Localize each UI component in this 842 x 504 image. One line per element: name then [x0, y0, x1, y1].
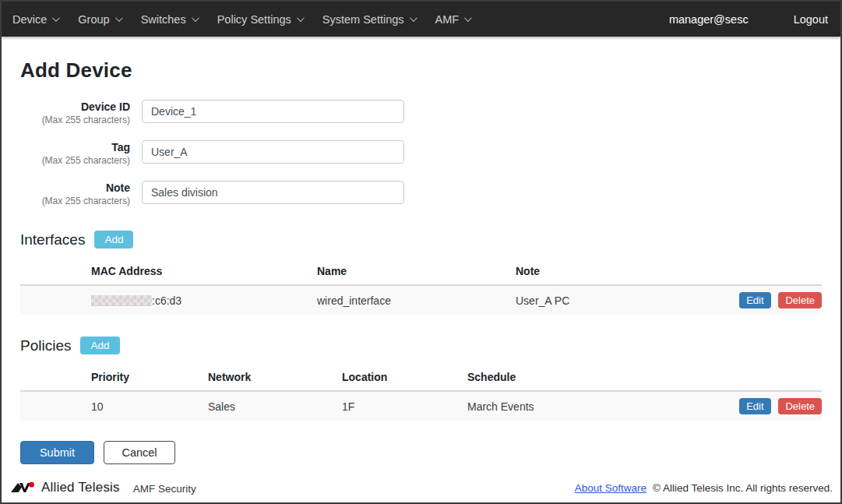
tag-field[interactable]	[142, 140, 404, 164]
col-actions	[705, 365, 822, 391]
footer-right: About Software © Allied Telesis Inc. All…	[575, 482, 833, 494]
cancel-button[interactable]: Cancel	[104, 441, 175, 464]
device-id-label-group: Device ID (Max 255 characters)	[20, 100, 142, 126]
form-row-note: Note (Max 255 characters)	[20, 181, 822, 207]
brand-name: Allied Telesis	[41, 480, 120, 495]
interface-edit-button[interactable]: Edit	[739, 292, 770, 308]
policies-header-row: Priority Network Location Schedule	[20, 365, 822, 391]
note-hint: (Max 255 characters)	[20, 196, 130, 208]
interface-row: :c6:d3 wired_interface User_A PC Edit De…	[20, 285, 822, 315]
spacer-column	[20, 259, 91, 285]
note-label: Note	[20, 182, 130, 196]
logged-in-user: manager@sesc	[669, 13, 749, 26]
tag-label: Tag	[20, 141, 130, 155]
spacer-column	[20, 365, 91, 391]
nav-device-label: Device	[12, 13, 47, 26]
navbar-right: manager@sesc Logout	[669, 13, 828, 26]
interfaces-table: MAC Address Name Note :c6:d3 wired_inter…	[20, 259, 822, 315]
nav-group[interactable]: Group	[68, 13, 130, 26]
interface-actions-cell: Edit Delete	[705, 285, 822, 315]
about-software-link[interactable]: About Software	[575, 482, 646, 494]
interfaces-title: Interfaces	[20, 231, 85, 248]
policy-delete-button[interactable]: Delete	[778, 398, 822, 414]
col-mac-address: MAC Address	[91, 259, 317, 285]
spacer-cell	[20, 391, 91, 421]
device-id-hint: (Max 255 characters)	[20, 115, 130, 127]
policy-actions-cell: Edit Delete	[705, 391, 822, 421]
interface-delete-button[interactable]: Delete	[778, 292, 822, 308]
chevron-down-icon	[52, 14, 60, 22]
policy-priority-cell: 10	[91, 391, 208, 421]
nav-switches-label: Switches	[141, 13, 186, 26]
spacer-cell	[20, 285, 91, 315]
footer: Allied Telesis AMF Security About Softwa…	[2, 473, 840, 502]
form-actions: Submit Cancel	[20, 441, 822, 464]
nav-amf[interactable]: AMF	[425, 13, 481, 26]
chevron-down-icon	[297, 14, 305, 22]
nav-system-settings[interactable]: System Settings	[312, 13, 425, 26]
allied-telesis-logo-icon	[11, 481, 36, 495]
nav-switches[interactable]: Switches	[131, 13, 207, 26]
policy-network-cell: Sales	[208, 391, 342, 421]
nav-group-label: Group	[78, 13, 109, 26]
logout-button[interactable]: Logout	[794, 13, 828, 26]
policies-section-header: Policies Add	[20, 337, 822, 354]
chevron-down-icon	[464, 14, 472, 22]
nav-device[interactable]: Device	[12, 13, 68, 26]
device-id-label: Device ID	[20, 100, 130, 115]
policy-location-cell: 1F	[342, 391, 467, 421]
mac-suffix: :c6:d3	[152, 294, 181, 307]
app-window: Device Group Switches Policy Settings Sy…	[0, 0, 842, 504]
interfaces-add-button[interactable]: Add	[94, 231, 133, 248]
main-content: Add Device Device ID (Max 255 characters…	[2, 37, 840, 464]
interface-name-cell: wired_interface	[317, 285, 516, 315]
nav-amf-label: AMF	[435, 13, 460, 26]
nav-system-settings-label: System Settings	[322, 13, 404, 26]
mac-address-cell: :c6:d3	[91, 285, 317, 315]
col-schedule: Schedule	[467, 365, 705, 391]
form-row-device-id: Device ID (Max 255 characters)	[20, 100, 822, 126]
policies-add-button[interactable]: Add	[80, 337, 119, 354]
note-field[interactable]	[142, 181, 404, 204]
col-priority: Priority	[91, 365, 208, 391]
policy-row: 10 Sales 1F March Events Edit Delete	[20, 391, 822, 421]
col-network: Network	[208, 365, 342, 391]
chevron-down-icon	[410, 14, 417, 22]
policy-edit-button[interactable]: Edit	[739, 398, 770, 414]
mac-redacted-block	[91, 295, 152, 306]
tag-label-group: Tag (Max 255 characters)	[20, 140, 142, 167]
product-name: AMF Security	[133, 481, 196, 495]
chevron-down-icon	[115, 14, 123, 22]
interfaces-header-row: MAC Address Name Note	[20, 259, 822, 285]
col-location: Location	[342, 365, 467, 391]
col-name: Name	[317, 259, 516, 285]
form-row-tag: Tag (Max 255 characters)	[20, 140, 822, 167]
note-label-group: Note (Max 255 characters)	[20, 181, 142, 207]
interface-note-cell: User_A PC	[516, 285, 705, 315]
col-note: Note	[516, 259, 705, 285]
top-navbar: Device Group Switches Policy Settings Sy…	[2, 2, 840, 37]
interfaces-section-header: Interfaces Add	[20, 231, 822, 248]
policy-schedule-cell: March Events	[467, 391, 705, 421]
policies-table: Priority Network Location Schedule 10 Sa…	[20, 365, 822, 421]
copyright-text: © Allied Telesis Inc. All rights reserve…	[653, 482, 833, 494]
device-id-field[interactable]	[142, 100, 404, 123]
submit-button[interactable]: Submit	[20, 441, 94, 464]
nav-policy-settings[interactable]: Policy Settings	[207, 13, 312, 26]
page-title: Add Device	[20, 58, 822, 83]
brand: Allied Telesis AMF Security	[11, 480, 196, 495]
nav-policy-settings-label: Policy Settings	[217, 13, 291, 26]
policies-title: Policies	[20, 337, 71, 354]
col-actions	[705, 259, 822, 285]
tag-hint: (Max 255 characters)	[20, 155, 130, 167]
chevron-down-icon	[192, 14, 199, 22]
